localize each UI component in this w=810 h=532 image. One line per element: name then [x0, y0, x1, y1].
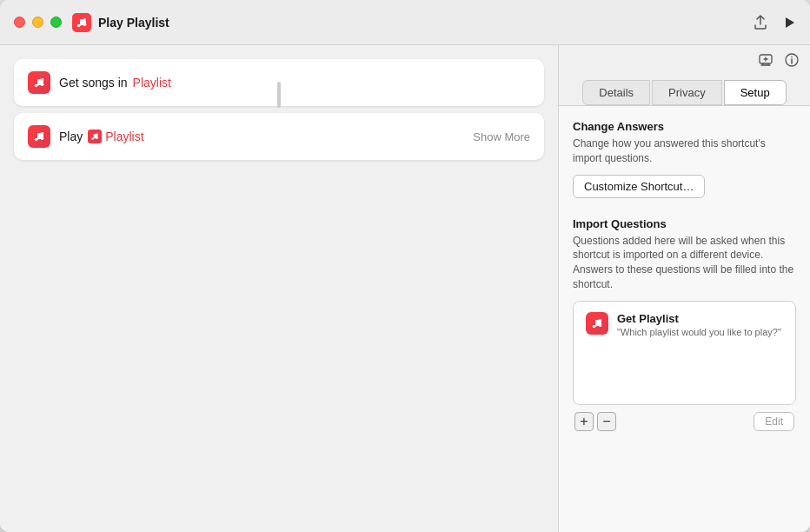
get-songs-text: Get songs in Playlist	[59, 76, 171, 90]
import-questions-desc: Questions added here will be asked when …	[573, 234, 796, 292]
change-answers-title: Change Answers	[573, 120, 796, 133]
svg-point-6	[41, 136, 44, 140]
maximize-button[interactable]	[50, 17, 62, 28]
get-songs-music-icon	[28, 71, 50, 94]
play-text: Play Playlist	[59, 130, 144, 143]
remove-question-button[interactable]: −	[597, 412, 616, 431]
svg-marker-2	[786, 17, 794, 28]
play-music-icon	[28, 125, 50, 148]
playlist-link-1[interactable]: Playlist	[133, 76, 171, 90]
svg-point-13	[599, 323, 602, 327]
svg-point-5	[35, 138, 38, 142]
content-area: Get songs in Playlist Play	[0, 45, 810, 532]
question-title: Get Playlist	[617, 312, 781, 325]
add-remove-buttons: + −	[574, 412, 616, 431]
tab-setup[interactable]: Setup	[724, 80, 787, 105]
setup-content: Change Answers Change how you answered t…	[559, 106, 810, 532]
question-subtitle: "Which playlist would you like to play?"	[617, 327, 781, 337]
traffic-lights	[14, 17, 62, 28]
app-icon	[72, 13, 91, 32]
svg-point-3	[35, 84, 38, 88]
import-questions-list: Get Playlist "Which playlist would you l…	[573, 301, 796, 405]
minimize-button[interactable]	[32, 17, 43, 28]
svg-point-11	[791, 57, 793, 58]
playlist-badge: Playlist	[88, 130, 143, 143]
edit-question-button[interactable]: Edit	[754, 412, 794, 431]
play-action: Play Playlist Show More	[14, 113, 544, 160]
right-header: Details Privacy Setup	[559, 45, 810, 106]
add-to-dock-button[interactable]	[758, 52, 773, 68]
right-panel: Details Privacy Setup Change Answers Cha…	[558, 45, 810, 532]
import-questions-title: Import Questions	[573, 217, 796, 230]
share-button[interactable]	[753, 15, 768, 30]
tab-privacy[interactable]: Privacy	[652, 80, 722, 105]
svg-point-0	[77, 23, 81, 27]
svg-point-8	[96, 136, 98, 139]
window-title: Play Playlist	[98, 16, 169, 30]
titlebar-right	[753, 15, 796, 30]
svg-point-1	[83, 23, 87, 26]
left-panel: Get songs in Playlist Play	[0, 45, 558, 532]
question-text: Get Playlist "Which playlist would you l…	[617, 312, 781, 337]
play-button[interactable]	[782, 16, 796, 30]
import-controls: + − Edit	[573, 412, 796, 431]
customize-shortcut-button[interactable]: Customize Shortcut…	[573, 175, 705, 198]
question-music-icon	[586, 312, 608, 335]
app-window: Play Playlist	[0, 0, 810, 532]
right-top-icons	[559, 45, 810, 71]
import-questions-section: Import Questions Questions added here wi…	[573, 217, 796, 431]
playlist-mini-icon	[88, 130, 102, 143]
svg-point-4	[41, 83, 44, 86]
info-button[interactable]	[784, 52, 800, 68]
music-note-icon	[76, 17, 88, 29]
add-question-button[interactable]: +	[574, 412, 594, 431]
svg-point-7	[91, 137, 94, 140]
import-question-item: Get Playlist "Which playlist would you l…	[574, 302, 795, 348]
change-answers-desc: Change how you answered this shortcut's …	[573, 136, 796, 166]
divider-handle	[277, 82, 281, 108]
svg-point-12	[593, 324, 596, 328]
titlebar: Play Playlist	[0, 0, 810, 45]
show-more-button[interactable]: Show More	[473, 130, 530, 143]
get-songs-action: Get songs in Playlist	[14, 59, 544, 106]
close-button[interactable]	[14, 17, 25, 28]
tab-details[interactable]: Details	[582, 80, 650, 105]
tabs-bar: Details Privacy Setup	[559, 71, 810, 106]
playlist-link-2[interactable]: Playlist	[105, 130, 143, 143]
